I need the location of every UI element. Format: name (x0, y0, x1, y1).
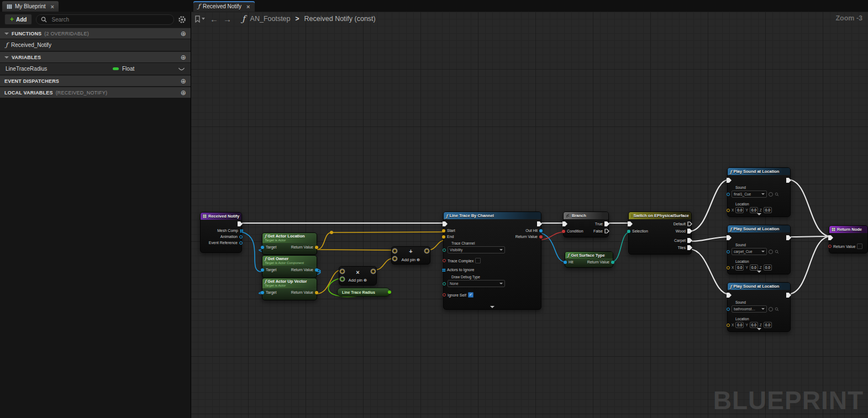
browse-asset-icon[interactable] (769, 307, 773, 311)
ignore-self-pin[interactable] (443, 293, 446, 297)
sound-pin[interactable] (727, 250, 730, 253)
trace-channel-pin[interactable] (443, 248, 446, 252)
float-output-pin[interactable] (388, 290, 391, 294)
add-local-variable-button[interactable]: ⊕ (181, 89, 186, 97)
magnifier-icon[interactable] (775, 250, 779, 254)
sound-pin[interactable] (727, 193, 730, 196)
node-branch[interactable]: Branch True Condition False (563, 211, 609, 237)
close-icon[interactable]: × (51, 3, 54, 10)
tab-my-blueprint[interactable]: My Blueprint × (2, 1, 59, 12)
x-value-field[interactable]: 0.0 (735, 322, 744, 328)
node-line-trace-radius[interactable]: Line Trace Radius (337, 288, 390, 297)
node-line-trace-by-channel[interactable]: ƒ Line Trace By Channel Start Out Hit En… (443, 211, 541, 310)
add-variable-button[interactable]: ⊕ (181, 54, 186, 61)
location-pin[interactable] (727, 324, 730, 327)
z-value-field[interactable]: 0.0 (764, 264, 772, 271)
return-value-pin[interactable] (539, 235, 543, 239)
carpet-exec-pin[interactable] (687, 238, 692, 243)
exec-out-pin[interactable] (537, 221, 542, 226)
exec-in-pin[interactable] (562, 221, 567, 226)
sound-asset-dropdown[interactable]: final1_Cue (732, 191, 767, 198)
default-exec-pin[interactable] (687, 221, 692, 226)
return-value-pin[interactable] (828, 245, 832, 248)
forward-arrow-button[interactable]: → (223, 14, 232, 24)
node-switch-ephysicalsurface[interactable]: Switch on EPhysicalSurface Default Selec… (628, 211, 692, 255)
x-value-field[interactable]: 0.0 (735, 264, 744, 271)
exec-in-pin[interactable] (727, 235, 732, 240)
return-value-pin[interactable] (315, 268, 318, 272)
add-pin-button[interactable]: Add pin ⊕ (392, 257, 430, 262)
add-function-button[interactable]: ⊕ (181, 30, 186, 38)
ignore-self-checkbox[interactable]: ✓ (468, 292, 474, 298)
mesh-comp-pin[interactable] (240, 229, 243, 232)
exec-out-pin[interactable] (786, 235, 791, 240)
y-value-field[interactable]: 0.0 (750, 264, 758, 271)
return-value-pin[interactable] (611, 261, 614, 264)
exec-in-pin[interactable] (628, 221, 633, 226)
magnifier-icon[interactable] (775, 307, 779, 311)
return-value-checkbox[interactable] (857, 244, 862, 249)
variables-section-header[interactable]: VARIABLES ⊕ (0, 51, 191, 63)
collapse-chevron-icon[interactable] (757, 328, 761, 330)
animation-pin[interactable] (239, 235, 243, 239)
browse-asset-icon[interactable] (769, 250, 773, 254)
search-input[interactable] (50, 16, 169, 23)
close-icon[interactable]: × (246, 3, 250, 10)
visibility-closed-icon[interactable] (178, 67, 185, 71)
browse-asset-icon[interactable] (769, 192, 773, 197)
breadcrumb-root[interactable]: AN_Footstep (250, 15, 291, 23)
sound-asset-dropdown[interactable]: carpet_Cue (732, 248, 767, 255)
gear-icon[interactable] (178, 15, 186, 24)
y-value-field[interactable]: 0.0 (750, 322, 758, 328)
condition-pin[interactable] (562, 230, 565, 233)
exec-in-pin[interactable] (727, 293, 732, 298)
exec-out-pin[interactable] (786, 178, 791, 183)
functions-section-header[interactable]: FUNCTIONS (2 OVERRIDABLE) ⊕ (0, 28, 191, 39)
return-value-pin[interactable] (315, 291, 318, 294)
node-return[interactable]: Return Node Return Value (829, 225, 868, 253)
node-get-owner[interactable]: ƒ Get Owner Target is Actor Component Ta… (262, 255, 317, 278)
end-pin[interactable] (442, 235, 445, 239)
exec-in-pin[interactable] (443, 221, 448, 226)
x-value-field[interactable]: 0.0 (735, 207, 744, 213)
location-pin[interactable] (727, 266, 730, 269)
target-pin[interactable] (261, 291, 264, 294)
local-variables-section-header[interactable]: LOCAL VARIABLES (RECEIVED_NOTIFY) ⊕ (0, 87, 191, 98)
node-play-sound-tiles[interactable]: ƒ Play Sound at Location Sound bathrooms… (727, 282, 791, 332)
node-received-notify[interactable]: Received Notify Mesh Comp Animation Even… (200, 212, 242, 253)
sound-asset-dropdown[interactable]: bathroomstep6 (732, 305, 767, 313)
exec-in-pin[interactable] (828, 235, 833, 240)
draw-debug-type-pin[interactable] (443, 282, 446, 285)
magnifier-icon[interactable] (775, 192, 779, 197)
false-exec-pin[interactable] (604, 229, 609, 234)
event-dispatchers-section-header[interactable]: EVENT DISPATCHERS ⊕ (0, 75, 191, 87)
z-value-field[interactable]: 0.0 (764, 322, 772, 328)
wood-exec-pin[interactable] (687, 229, 692, 234)
out-hit-pin[interactable] (539, 229, 543, 232)
function-item-received-notify[interactable]: ƒ Received_Notify (0, 39, 191, 51)
exec-out-pin[interactable] (238, 221, 243, 226)
node-get-actor-up-vector[interactable]: ƒ Get Actor Up Vector Target is Actor Ta… (262, 278, 317, 300)
y-value-field[interactable]: 0.0 (750, 207, 758, 213)
event-reference-pin[interactable] (239, 241, 243, 245)
actors-to-ignore-pin[interactable] (442, 268, 445, 272)
back-arrow-button[interactable]: ← (210, 14, 218, 24)
tab-received-notify[interactable]: ƒ Received Notify × (193, 1, 255, 12)
node-get-actor-location[interactable]: ƒ Get Actor Location Target is Actor Tar… (262, 232, 317, 255)
return-value-pin[interactable] (315, 246, 318, 249)
exec-out-pin[interactable] (786, 293, 791, 298)
trace-channel-dropdown[interactable]: Visibility (448, 246, 505, 253)
z-value-field[interactable]: 0.0 (764, 207, 772, 213)
true-exec-pin[interactable] (604, 221, 609, 226)
add-pin-button[interactable]: Add pin ⊕ (339, 278, 376, 283)
location-pin[interactable] (727, 209, 730, 212)
selection-pin[interactable] (627, 230, 630, 233)
sound-pin[interactable] (727, 308, 730, 311)
target-pin[interactable] (261, 246, 264, 249)
variable-item-linetraceradius[interactable]: LineTraceRadius Float (0, 63, 191, 75)
target-pin[interactable] (261, 268, 264, 272)
add-event-dispatcher-button[interactable]: ⊕ (181, 77, 186, 85)
collapse-chevron-icon[interactable] (757, 271, 761, 273)
bookmark-icon[interactable] (194, 15, 205, 23)
node-play-sound-carpet[interactable]: ƒ Play Sound at Location Sound carpet_Cu… (727, 225, 791, 274)
